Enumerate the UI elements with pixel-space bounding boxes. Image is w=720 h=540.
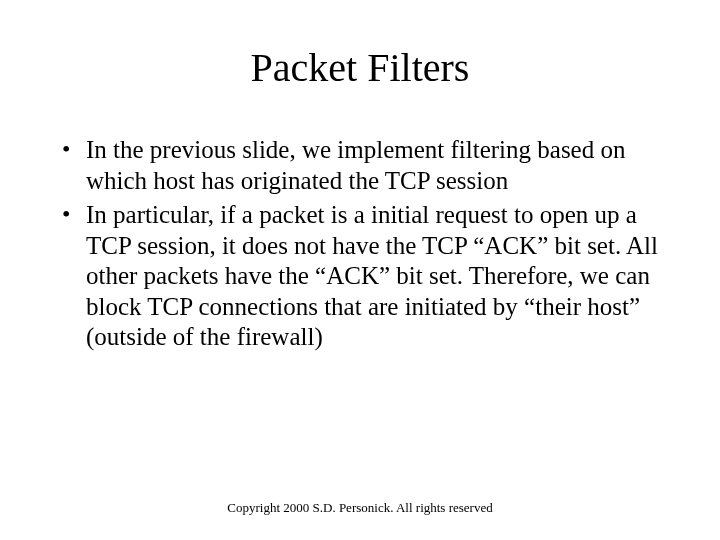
list-item: In the previous slide, we implement filt…	[60, 135, 672, 196]
list-item: In particular, if a packet is a initial …	[60, 200, 672, 353]
copyright-footer: Copyright 2000 S.D. Personick. All right…	[0, 500, 720, 516]
slide-content: In the previous slide, we implement filt…	[38, 135, 682, 353]
bullet-list: In the previous slide, we implement filt…	[60, 135, 672, 353]
slide-container: Packet Filters In the previous slide, we…	[0, 0, 720, 540]
slide-title: Packet Filters	[38, 44, 682, 91]
